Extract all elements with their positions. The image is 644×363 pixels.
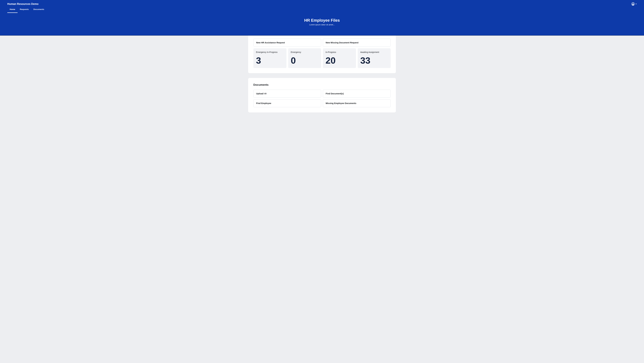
stat-label: Awaiting Assignment [360,51,388,53]
stat-emergency-in-progress[interactable]: Emergency In-Progress 3 [253,48,286,68]
nav-tabs: Home Requests Documents [0,6,644,13]
user-circle-icon [632,2,635,6]
find-documents-button[interactable]: Find Document(s) [323,90,391,98]
header-hero-bg: Human Resources Demo Home Requests Docum… [0,0,644,36]
documents-section-title: Documents [253,83,391,86]
stat-in-progress[interactable]: In-Progress 20 [323,48,356,68]
tab-home[interactable]: Home [7,8,18,13]
stat-label: In-Progress [326,51,353,53]
stat-label: Emergency [291,51,319,53]
stat-awaiting-assignment[interactable]: Awaiting Assignment 33 [358,48,391,68]
stat-label: Emergency In-Progress [256,51,284,53]
documents-card: Documents Upload I-9 Find Document(s) Fi… [248,78,396,113]
hero: HR Employee Files Lorem ipsum dolor sit … [0,13,644,33]
stat-value: 33 [360,56,388,65]
page-subtitle: Lorem ipsum dolor sit amet... [0,24,644,26]
tab-documents[interactable]: Documents [31,8,46,13]
tab-requests[interactable]: Requests [18,8,31,13]
find-employee-button[interactable]: Find Employee [253,99,321,107]
new-missing-document-request-button[interactable]: New Missing Document Request [323,39,391,47]
upload-i9-button[interactable]: Upload I-9 [253,90,321,98]
missing-employee-documents-button[interactable]: Missing Employee Documents [323,99,391,107]
stat-emergency[interactable]: Emergency 0 [288,48,321,68]
page-title: HR Employee Files [0,18,644,23]
stat-value: 0 [291,56,319,65]
stat-value: 3 [256,56,284,65]
user-menu[interactable] [632,2,637,6]
chevron-down-icon [636,4,637,5]
stat-value: 20 [326,56,353,65]
app-title: Human Resources Demo [7,3,38,6]
new-hr-assistance-request-button[interactable]: New HR Assistance Request [253,39,321,47]
